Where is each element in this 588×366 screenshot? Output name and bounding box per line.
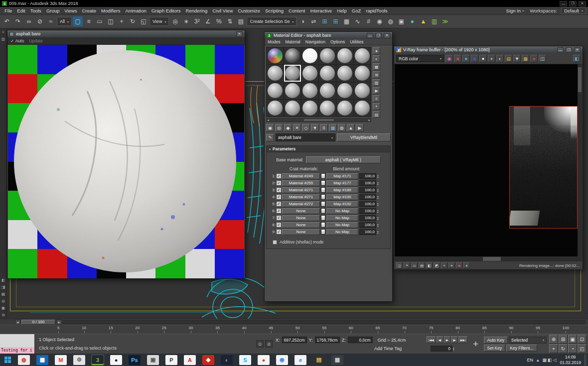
video-color-check-icon[interactable]: ▥	[373, 79, 380, 86]
coat-material-button[interactable]: None	[282, 222, 320, 228]
scene-panel-icon[interactable]: ◧	[0, 277, 6, 283]
coat-material-button[interactable]: None	[282, 215, 320, 221]
vfb-close-button[interactable]: ✕	[574, 47, 581, 53]
load-image-icon[interactable]: ▦	[522, 55, 529, 62]
alpha-channel-icon[interactable]: ●	[479, 55, 487, 62]
auto-update-checkbox[interactable]: ✓Auto	[10, 38, 24, 43]
pan-button[interactable]: +	[549, 344, 558, 353]
material-sample-slot[interactable]	[336, 82, 353, 99]
set-key-button[interactable]: Set Key	[484, 345, 506, 352]
menu-goz[interactable]: GoZ	[349, 8, 363, 13]
horizontal-scrollbar[interactable]	[395, 256, 582, 261]
chrome-app-icon[interactable]: ◉	[276, 355, 288, 365]
y-coordinate-field[interactable]: 1759,78cm	[315, 337, 340, 343]
material-sample-slot[interactable]	[301, 47, 318, 64]
scroll-thumb[interactable]	[304, 119, 334, 121]
named-selection-sets-icon[interactable]: ▤	[236, 16, 246, 26]
listener-output-line[interactable]	[0, 334, 34, 347]
firefox-app-icon[interactable]: ◐	[221, 355, 233, 365]
put-to-library-icon[interactable]: ▼	[311, 124, 319, 131]
vfb-titlebar[interactable]: V V-Ray frame buffer - [200% of 1920 x 1…	[394, 46, 583, 53]
touch-keyboard-icon[interactable]: ▦	[543, 358, 547, 363]
blend-map-button[interactable]: No Map	[326, 215, 358, 221]
coat-enable-checkbox[interactable]: ✓	[277, 216, 281, 220]
track-bar[interactable]: 5101520253035404550556065707580859095100	[0, 325, 588, 334]
coat-enable-checkbox[interactable]: ✓	[277, 209, 281, 213]
time-slider-thumb[interactable]: 0 / 100	[21, 320, 55, 325]
show-end-result-icon[interactable]: ◍	[338, 124, 346, 131]
assign-to-selection-icon[interactable]: ◆	[284, 124, 292, 131]
volume-icon[interactable]: ◁	[553, 358, 557, 363]
coat-material-button[interactable]: Material #271	[282, 194, 320, 200]
ribbon-icon[interactable]: ▦	[341, 16, 351, 26]
blend-map-button[interactable]: Map #171	[326, 173, 358, 179]
blue-tool-app-icon[interactable]: ▦	[36, 355, 48, 365]
redo-icon[interactable]: ↷	[13, 16, 23, 26]
time-slider[interactable]: ◀ 0 / 100 ▶	[0, 319, 588, 325]
stamp-icon[interactable]: ▤	[419, 262, 425, 268]
blend-color-swatch[interactable]	[321, 208, 325, 214]
blend-amount-spinner[interactable]: ▴▾	[377, 174, 381, 178]
blue-channel-icon[interactable]: ■	[471, 55, 478, 62]
coat-enable-checkbox[interactable]: ✓	[277, 202, 281, 206]
material-sample-slot[interactable]	[267, 82, 284, 99]
blend-amount-field[interactable]: 100,0	[359, 173, 376, 179]
unlink-selection-icon[interactable]: ⊘	[35, 16, 45, 26]
menu-customize[interactable]: Customize	[235, 8, 263, 13]
base-material-button[interactable]: asphalt ( VRayMtl )	[306, 156, 381, 163]
window-crossing-icon[interactable]: ◫	[106, 16, 116, 26]
material-id-channel-icon[interactable]: 0	[320, 124, 328, 131]
menu-help[interactable]: Help	[334, 8, 349, 13]
material-editor-maximize-button[interactable]: ❐	[375, 33, 382, 38]
coat-material-button[interactable]: Material #249	[282, 173, 320, 179]
select-and-manipulate-icon[interactable]: ∗	[181, 16, 191, 26]
vfb-minimize-button[interactable]: —	[557, 47, 564, 53]
blend-map-button[interactable]: No Map	[326, 229, 358, 235]
coat-material-button[interactable]: Material #272	[282, 201, 320, 207]
skype-app-icon[interactable]: S	[239, 355, 251, 365]
material-sample-slot[interactable]	[336, 47, 353, 64]
material-sample-slot[interactable]	[284, 82, 301, 99]
zoom-all-button[interactable]: ⊞	[559, 335, 568, 344]
red-app-icon[interactable]: ◆	[202, 355, 214, 365]
blend-amount-spinner[interactable]: ▴▾	[377, 216, 381, 220]
maxscript-mini-listener[interactable]: Testing for i	[0, 334, 35, 354]
maximize-button[interactable]: ❐	[569, 1, 577, 6]
material-map-navigator-icon[interactable]: ▤	[373, 111, 380, 118]
language-indicator[interactable]: EN	[527, 358, 533, 363]
material-sample-slot[interactable]	[284, 100, 301, 117]
blend-color-swatch[interactable]	[321, 180, 325, 186]
track-mouse-icon[interactable]: ⌖	[404, 262, 410, 268]
vertical-scrollbar[interactable]	[578, 64, 582, 256]
use-center-icon[interactable]: ◎	[170, 16, 180, 26]
reset-map-icon[interactable]: ✕	[293, 124, 301, 131]
duplicate-to-host-icon[interactable]: ◫	[539, 55, 546, 62]
sign-in-menu[interactable]: Sign In▾	[504, 8, 526, 13]
menu-file[interactable]: File	[2, 8, 14, 13]
3dsmax-app-icon[interactable]: 3	[92, 355, 104, 365]
key-filters-button[interactable]: Key Filters...	[506, 345, 537, 352]
menu-views[interactable]: Views	[62, 8, 79, 13]
material-name-dropdown[interactable]: asphalt bare▾	[276, 133, 335, 141]
render-production-icon[interactable]: ●	[407, 16, 417, 26]
blend-map-button[interactable]: No Map	[326, 222, 358, 228]
menu-create[interactable]: Create	[79, 8, 99, 13]
me-menu-options[interactable]: Options	[330, 39, 345, 44]
update-button[interactable]: Update	[29, 38, 42, 43]
go-forward-sibling-icon[interactable]: ▶	[356, 124, 364, 131]
pick-material-icon[interactable]: ✎	[266, 134, 274, 141]
photoshop-app-icon[interactable]: Ps	[129, 355, 141, 365]
compare-vertical-icon[interactable]: ◩	[434, 262, 440, 268]
workspace-dropdown[interactable]: Default▾	[561, 7, 586, 14]
grid-panel-icon[interactable]: ▦	[0, 291, 6, 297]
blend-color-swatch[interactable]	[321, 194, 325, 200]
material-sample-slot[interactable]	[301, 100, 318, 117]
additive-shellac-checkbox[interactable]: Additive (shellac) mode	[269, 240, 388, 244]
color-clamp-icon[interactable]: ◐	[496, 55, 504, 62]
coat-material-button[interactable]: None	[282, 208, 320, 214]
edge-app-icon[interactable]: e	[294, 355, 306, 365]
previous-frame-button[interactable]: ◀|	[437, 336, 443, 343]
menu-interactive[interactable]: Interactive	[307, 8, 334, 13]
mail-app-icon[interactable]: M	[55, 355, 67, 365]
mirror-icon[interactable]: ◑	[297, 16, 307, 26]
